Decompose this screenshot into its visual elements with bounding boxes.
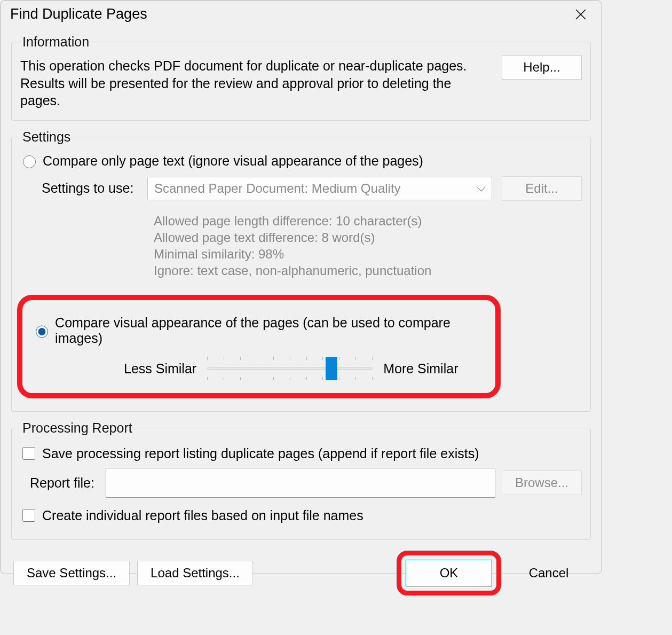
- more-similar-label: More Similar: [383, 361, 458, 377]
- similarity-slider[interactable]: [207, 357, 373, 380]
- less-similar-label: Less Similar: [124, 361, 196, 377]
- information-legend: Information: [20, 34, 91, 50]
- report-file-label: Report file:: [30, 475, 99, 491]
- find-duplicate-pages-dialog: Find Duplicate Pages Information This op…: [0, 0, 602, 574]
- settings-legend: Settings: [20, 129, 73, 145]
- help-button[interactable]: Help...: [502, 55, 582, 80]
- information-text: This operation checks PDF document for d…: [20, 55, 489, 111]
- close-icon: [575, 9, 587, 20]
- dialog-buttons: Save Settings... Load Settings... OK Can…: [1, 545, 602, 603]
- detail-length: Allowed page length difference: 10 chara…: [154, 213, 582, 229]
- compare-visual-radio-row[interactable]: Compare visual appearance of the pages (…: [33, 315, 485, 346]
- compare-visual-radio[interactable]: [36, 325, 48, 338]
- visual-mode-callout: Compare visual appearance of the pages (…: [17, 295, 501, 398]
- browse-button: Browse...: [502, 471, 582, 495]
- report-file-row: Report file: Browse...: [30, 468, 582, 498]
- settings-combo[interactable]: Scanned Paper Document: Medium Quality: [147, 177, 492, 200]
- close-button[interactable]: [570, 6, 592, 22]
- settings-to-use-row: Settings to use: Scanned Paper Document:…: [42, 176, 582, 201]
- settings-to-use-label: Settings to use:: [42, 181, 138, 196]
- detail-similarity: Minimal similarity: 98%: [154, 246, 582, 262]
- settings-group: Settings Compare only page text (ignore …: [11, 129, 591, 412]
- ok-callout: OK: [397, 551, 501, 595]
- processing-report-group: Processing Report Save processing report…: [11, 420, 591, 540]
- edit-settings-button: Edit...: [502, 176, 582, 201]
- save-report-checkbox[interactable]: [22, 447, 35, 460]
- save-report-check-row[interactable]: Save processing report listing duplicate…: [20, 445, 582, 461]
- individual-reports-label: Create individual report files based on …: [42, 508, 363, 523]
- compare-text-radio[interactable]: [23, 155, 36, 168]
- settings-combo-value: Scanned Paper Document: Medium Quality: [154, 181, 401, 196]
- individual-reports-check-row[interactable]: Create individual report files based on …: [20, 507, 582, 523]
- detail-ignore: Ignore: text case, non-alphanumeric, pun…: [154, 262, 582, 279]
- information-group: Information This operation checks PDF do…: [11, 34, 591, 121]
- similarity-slider-row: Less Similar More Similar: [124, 357, 485, 380]
- dialog-title: Find Duplicate Pages: [10, 6, 147, 22]
- save-settings-button[interactable]: Save Settings...: [13, 561, 130, 585]
- cancel-button[interactable]: Cancel: [509, 561, 589, 585]
- compare-text-radio-row[interactable]: Compare only page text (ignore visual ap…: [20, 153, 582, 169]
- compare-text-label: Compare only page text (ignore visual ap…: [43, 153, 423, 169]
- individual-reports-checkbox[interactable]: [22, 509, 35, 522]
- load-settings-button[interactable]: Load Settings...: [137, 561, 253, 585]
- report-file-input[interactable]: [106, 468, 495, 498]
- titlebar: Find Duplicate Pages: [1, 1, 602, 26]
- processing-report-legend: Processing Report: [20, 420, 135, 436]
- ok-button[interactable]: OK: [406, 560, 492, 586]
- detail-text-diff: Allowed page text difference: 8 word(s): [154, 229, 582, 246]
- compare-visual-label: Compare visual appearance of the pages (…: [55, 315, 485, 346]
- settings-details: Allowed page length difference: 10 chara…: [154, 213, 582, 279]
- save-report-label: Save processing report listing duplicate…: [42, 446, 479, 461]
